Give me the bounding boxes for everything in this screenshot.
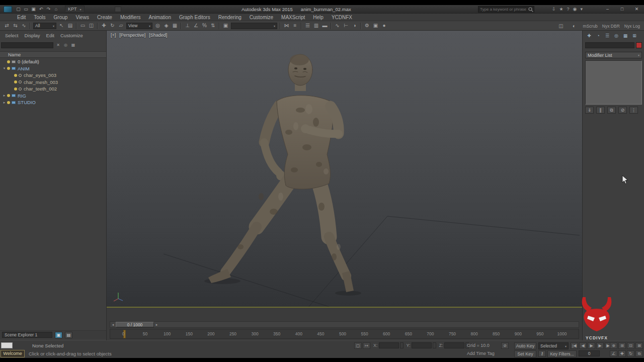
mscrub-button[interactable]: mScrub bbox=[583, 24, 598, 29]
menu-views[interactable]: Views bbox=[71, 14, 93, 21]
tab-modify[interactable]: ◔ bbox=[594, 32, 602, 39]
ribbon-toggle-icon[interactable]: ▬ bbox=[320, 22, 329, 30]
search-icon[interactable] bbox=[528, 7, 534, 13]
select-and-rotate-icon[interactable]: ↻ bbox=[108, 22, 117, 30]
key-filters-button[interactable]: Key Filters... bbox=[547, 350, 577, 357]
render-production-icon[interactable]: ● bbox=[380, 22, 388, 30]
select-and-scale-icon[interactable]: ▱ bbox=[117, 22, 125, 30]
transform-z-field[interactable] bbox=[444, 342, 464, 348]
select-and-link-icon[interactable]: ⇄ bbox=[3, 22, 11, 30]
select-and-move-icon[interactable]: ✚ bbox=[100, 22, 108, 30]
snaps-toggle-icon[interactable]: ⊥ bbox=[183, 22, 192, 30]
tab-create[interactable]: ✚ bbox=[585, 32, 593, 39]
spinner-icon[interactable] bbox=[433, 342, 436, 348]
communication-center-icon[interactable]: ⇩ bbox=[552, 7, 556, 12]
maximize-viewport-toggle-icon[interactable]: ⧉ bbox=[635, 350, 643, 357]
schematic-view-icon[interactable]: ⊢ bbox=[342, 22, 350, 30]
favorites-icon[interactable]: ★ bbox=[559, 7, 564, 12]
rendered-frame-window-icon[interactable]: ▣ bbox=[371, 22, 380, 30]
visibility-bulb-icon[interactable] bbox=[14, 74, 17, 77]
column-chooser-icon[interactable]: ▦ bbox=[70, 42, 76, 48]
modifier-list-dropdown[interactable]: Modifier List ▾ bbox=[585, 52, 642, 58]
project-folder-icon[interactable]: ⌂ bbox=[52, 6, 60, 13]
viewport-shading-label[interactable]: [Shaded] bbox=[149, 33, 167, 38]
remove-modifier-icon[interactable]: ⊘ bbox=[618, 107, 627, 114]
manage-layers-icon[interactable]: ☰ bbox=[303, 22, 312, 30]
field-of-view-icon[interactable]: ∠ bbox=[610, 350, 617, 357]
expand-arrow-icon[interactable]: ▸ bbox=[2, 94, 7, 98]
nyx-log-button[interactable]: Nyx Log bbox=[624, 24, 640, 29]
help-search[interactable] bbox=[478, 6, 534, 13]
help-icon[interactable]: ? bbox=[567, 7, 570, 12]
unlink-selection-icon[interactable]: ⇆ bbox=[11, 22, 20, 30]
angle-snap-icon[interactable]: ∠ bbox=[192, 22, 200, 30]
visibility-bulb-icon[interactable] bbox=[7, 94, 10, 97]
sign-in-icon[interactable]: ◉ bbox=[573, 7, 577, 12]
play-button[interactable]: ▶ bbox=[588, 342, 595, 349]
tree-row-char-teeth-002[interactable]: char_teeth_002 bbox=[0, 85, 106, 93]
minimize-button[interactable]: – bbox=[604, 6, 611, 12]
name-column-header[interactable]: Name bbox=[0, 51, 106, 58]
transform-y-field[interactable] bbox=[412, 342, 432, 348]
help-search-input[interactable] bbox=[478, 7, 528, 12]
pan-icon[interactable]: ✚ bbox=[618, 350, 626, 357]
display-mode-icon[interactable]: ◐ bbox=[570, 22, 579, 30]
align-icon[interactable]: ≡ bbox=[291, 22, 299, 30]
menu-group[interactable]: Group bbox=[50, 14, 72, 21]
zoom-icon[interactable]: ⊕ bbox=[610, 342, 617, 349]
open-file-icon[interactable]: ▭ bbox=[22, 6, 30, 13]
tree-row-rig[interactable]: ▸RIG bbox=[0, 93, 106, 100]
menu-create[interactable]: Create bbox=[93, 14, 116, 21]
maxscript-mini-listener[interactable] bbox=[1, 342, 13, 348]
menu-help[interactable]: Help bbox=[309, 14, 328, 21]
absolute-mode-icon[interactable]: ↦ bbox=[363, 342, 370, 349]
menu-graph-editors[interactable]: Graph Editors bbox=[175, 14, 214, 21]
spinner-icon[interactable] bbox=[400, 342, 404, 348]
scene-explorer-menu-display[interactable]: Display bbox=[21, 33, 43, 38]
material-editor-icon[interactable]: ◑ bbox=[350, 22, 359, 30]
select-and-manipulate-icon[interactable]: ◈ bbox=[162, 22, 171, 30]
scene-explorer-toggle-icon[interactable]: ▥ bbox=[312, 22, 320, 30]
visibility-bulb-icon[interactable] bbox=[14, 80, 17, 83]
maximize-button[interactable]: □ bbox=[619, 6, 625, 12]
menu-rendering[interactable]: Rendering bbox=[214, 14, 246, 21]
next-frame-arrow[interactable]: ▸ bbox=[154, 323, 159, 327]
tab-utilities[interactable]: ⊞ bbox=[630, 32, 638, 39]
set-key-button[interactable]: Set Key bbox=[514, 350, 536, 357]
scene-explorer-title[interactable]: Scene Explorer 1 bbox=[2, 332, 52, 338]
menu-animation[interactable]: Animation bbox=[144, 14, 175, 21]
mirror-icon[interactable]: ⋈ bbox=[282, 22, 291, 30]
show-end-result-icon[interactable]: ∥ bbox=[596, 107, 605, 114]
expand-arrow-icon[interactable]: ▾ bbox=[2, 66, 7, 70]
tab-motion[interactable]: ◎ bbox=[612, 32, 620, 39]
menu-customize[interactable]: Customize bbox=[246, 14, 277, 21]
viewport-menu-button[interactable]: [+] bbox=[111, 33, 116, 38]
current-frame-field[interactable]: 0 bbox=[579, 350, 600, 356]
menu-edit[interactable]: Edit bbox=[13, 14, 30, 21]
undo-icon[interactable]: ↶ bbox=[37, 6, 45, 13]
visibility-bulb-icon[interactable] bbox=[14, 87, 17, 90]
time-slider[interactable]: ◂ 0 / 1000 ▸ bbox=[110, 321, 579, 328]
explorer-menu-icon[interactable]: ▤ bbox=[65, 332, 72, 338]
perspective-viewport[interactable]: [+][Perspective][Shaded] bbox=[107, 31, 582, 308]
named-selection-sets-dropdown[interactable]: ▾ bbox=[231, 23, 277, 29]
menu-tools[interactable]: Tools bbox=[30, 14, 49, 21]
visibility-bulb-icon[interactable] bbox=[7, 67, 10, 70]
rectangular-selection-region-icon[interactable]: ▭ bbox=[78, 22, 87, 30]
tab-hierarchy[interactable]: ☰ bbox=[603, 32, 611, 39]
next-frame-button[interactable]: ▶ bbox=[596, 342, 604, 349]
menu-modifiers[interactable]: Modifiers bbox=[116, 14, 145, 21]
welcome-tab[interactable]: Welcome bbox=[1, 350, 25, 357]
render-setup-icon[interactable]: ⚙ bbox=[363, 22, 371, 30]
orbit-icon[interactable]: ↻ bbox=[627, 350, 634, 357]
keyboard-shortcut-override-icon[interactable]: ▦ bbox=[171, 22, 179, 30]
scene-explorer-search-input[interactable] bbox=[1, 42, 53, 48]
nyx-dbr-button[interactable]: Nyx DBR bbox=[602, 24, 620, 29]
bind-to-space-warp-icon[interactable]: ∿ bbox=[20, 22, 28, 30]
percent-snap-icon[interactable]: % bbox=[200, 22, 209, 30]
new-scene-icon[interactable]: ▢ bbox=[15, 6, 22, 13]
transform-x-field[interactable] bbox=[379, 342, 399, 348]
viewport-pov-label[interactable]: [Perspective] bbox=[119, 33, 145, 38]
selection-set-key-dropdown[interactable]: Selected ▾ bbox=[538, 342, 569, 349]
go-to-start-button[interactable]: |◀ bbox=[571, 342, 578, 349]
